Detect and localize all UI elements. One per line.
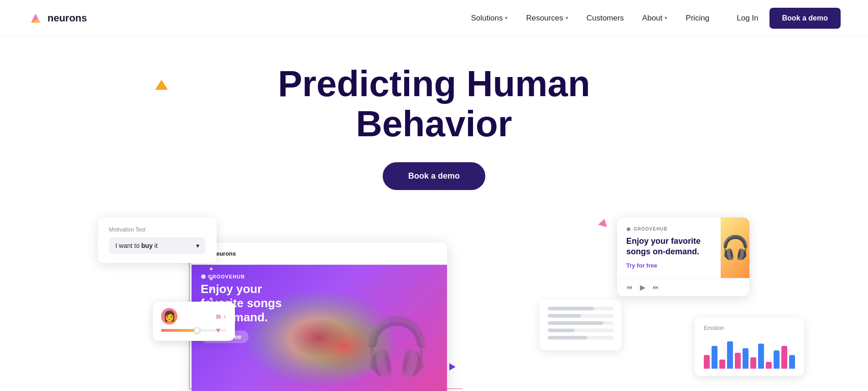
nav-actions: Log In Book a demo	[737, 8, 841, 29]
login-button[interactable]: Log In	[737, 14, 758, 23]
groovehub-promo-cta[interactable]: Try for free	[626, 262, 712, 269]
stats-bar-row-4	[548, 329, 613, 332]
profile-card: 👩 35 ♀ ♥	[153, 302, 235, 341]
nav-solutions[interactable]: Solutions ▾	[471, 14, 508, 23]
emotion-bar	[735, 353, 741, 369]
svg-point-9	[627, 227, 630, 231]
stats-bar-row-2	[548, 314, 613, 318]
dot-4	[210, 298, 213, 300]
chevron-down-icon: ▾	[196, 242, 199, 249]
emotion-bar	[789, 355, 795, 369]
groovehub-promo-image: 🎧	[721, 217, 749, 278]
profile-slider-fill	[161, 329, 197, 332]
emotion-chart	[704, 337, 795, 369]
emotion-bar	[727, 341, 733, 369]
stats-bar-fill	[548, 336, 587, 340]
emotion-bar	[766, 362, 772, 369]
motivation-dropdown-text: I want to buy it	[115, 242, 158, 249]
svg-point-8	[201, 274, 206, 279]
accent-triangle-top-icon	[598, 218, 608, 227]
skip-back-icon[interactable]: ⏮	[626, 283, 633, 291]
nav-pricing[interactable]: Pricing	[686, 14, 709, 23]
emotion-card: Emotion	[695, 318, 804, 376]
dot-1	[210, 268, 213, 270]
person-area: 🎧	[347, 265, 447, 391]
person-silhouette: 🎧	[363, 314, 431, 379]
groovehub-promo-controls: ⏮ ▶ ⏭	[617, 278, 749, 296]
accent-triangle-icon	[155, 80, 168, 90]
skip-forward-icon[interactable]: ⏭	[653, 283, 659, 291]
heart-icon: ♥	[216, 326, 221, 334]
accent-triangle-purple-icon	[449, 363, 456, 370]
groovehub-promo-content: GROOVEHUB Enjoy your favorite songs on-d…	[617, 217, 721, 278]
nav-links: Solutions ▾ Resources ▾ Customers About …	[471, 14, 709, 23]
groovehub-promo-brand: GROOVEHUB	[626, 226, 712, 232]
stats-bar-row-5	[548, 336, 613, 340]
emotion-bar	[719, 360, 725, 369]
profile-slider[interactable]: ♥	[161, 329, 227, 332]
stats-card	[540, 299, 622, 350]
demo-area: Motivation Test I want to buy it ▾ neuro…	[0, 217, 868, 391]
motivation-test-card: Motivation Test I want to buy it ▾	[98, 217, 217, 263]
avatar: 👩	[161, 308, 177, 324]
motivation-dropdown[interactable]: I want to buy it ▾	[109, 237, 206, 254]
emotion-bar	[774, 350, 780, 369]
logo-icon	[27, 10, 44, 26]
groovehub-promo-title: Enjoy your favorite songs on-demand.	[626, 236, 712, 257]
browser-header: neurons	[192, 242, 447, 265]
chevron-down-icon: ▾	[566, 15, 568, 21]
groovehub-brand: GROOVEHUB	[201, 274, 301, 279]
hero-section: Predicting Human Behavior Book a demo Mo…	[0, 36, 868, 391]
emotion-bar	[781, 346, 787, 369]
stats-bar-fill	[548, 329, 574, 332]
profile-score-unit: ♀	[223, 314, 227, 320]
logo[interactable]: neurons	[27, 10, 87, 26]
nav-about[interactable]: About ▾	[642, 14, 667, 23]
book-demo-hero-button[interactable]: Book a demo	[383, 162, 485, 190]
navigation: neurons Solutions ▾ Resources ▾ Customer…	[0, 0, 868, 36]
nav-customers[interactable]: Customers	[587, 14, 624, 23]
play-icon[interactable]: ▶	[640, 283, 645, 292]
dot-3	[210, 288, 213, 290]
logo-text: neurons	[47, 12, 87, 24]
book-demo-nav-button[interactable]: Book a demo	[769, 8, 841, 29]
emotion-bar	[750, 357, 756, 369]
emotion-bar	[704, 355, 710, 369]
stats-bar-fill	[548, 307, 594, 310]
dots-sidebar	[210, 268, 213, 300]
stats-bar-row-1	[548, 307, 613, 310]
profile-score: 35 ♀	[216, 313, 227, 320]
nav-resources[interactable]: Resources ▾	[526, 14, 568, 23]
chevron-down-icon: ▾	[665, 15, 667, 21]
profile-slider-thumb	[194, 327, 200, 334]
dot-2	[210, 278, 213, 280]
hero-title: Predicting Human Behavior	[229, 64, 639, 144]
emotion-title: Emotion	[704, 325, 795, 331]
motivation-label: Motivation Test	[109, 226, 206, 233]
profile-top: 👩 35 ♀	[161, 308, 227, 324]
emotion-bar	[743, 348, 748, 369]
stats-bar-row-3	[548, 321, 613, 325]
emotion-bar	[758, 344, 764, 369]
emotion-bar	[712, 346, 717, 369]
stats-bar-fill	[548, 314, 581, 318]
stats-bar-fill	[548, 321, 603, 325]
chevron-down-icon: ▾	[505, 15, 508, 21]
groovehub-promo-card: GROOVEHUB Enjoy your favorite songs on-d…	[617, 217, 749, 296]
